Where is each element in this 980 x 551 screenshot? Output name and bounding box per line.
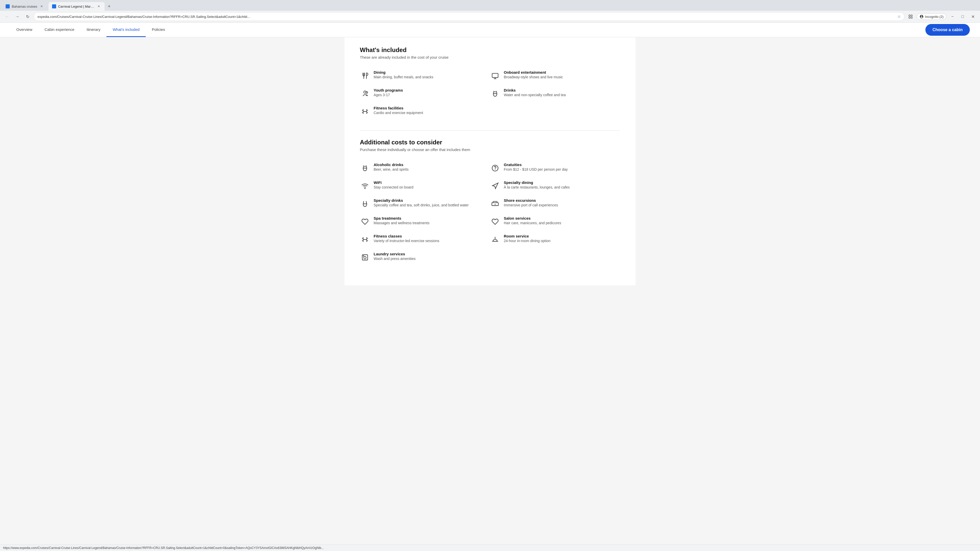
minimize-button[interactable]: −: [948, 13, 956, 21]
tab-carnival-legend[interactable]: Carnival Legend | Mar 10, 2024 ✕: [48, 2, 105, 11]
main-content: What's included These are already includ…: [350, 37, 630, 286]
tab-close-1[interactable]: ✕: [39, 4, 44, 9]
tab-overview[interactable]: Overview: [10, 23, 38, 37]
svg-rect-0: [909, 15, 910, 16]
tab-label-2: Carnival Legend | Mar 10, 2024: [58, 5, 94, 8]
svg-point-10: [366, 92, 368, 94]
item-drinks: Drinks Water and non-specialty coffee an…: [490, 84, 620, 102]
room-service-desc: 24-hour in-room dining option: [504, 239, 550, 243]
fitness-classes-icon: [360, 234, 370, 245]
svg-rect-2: [909, 17, 910, 18]
back-button[interactable]: ←: [3, 13, 11, 21]
additional-costs-subtitle: Purchase these individually or choose an…: [360, 148, 620, 152]
forward-button[interactable]: →: [13, 13, 21, 21]
tab-itinerary[interactable]: Itinerary: [80, 23, 107, 37]
tab-whats-included[interactable]: What's included: [107, 23, 145, 37]
drinks-desc: Water and non-specialty coffee and tea: [504, 93, 566, 97]
item-fitness-classes: Fitness classes Variety of instructor-le…: [360, 230, 490, 248]
drinks-icon: [490, 89, 500, 99]
alcoholic-drinks-title: Alcoholic drinks: [374, 162, 409, 167]
shore-excursions-text: Shore excursions Immersive port of call …: [504, 198, 558, 207]
tab-bar: Bahamas cruises ✕ Carnival Legend | Mar …: [0, 0, 980, 11]
svg-rect-3: [911, 17, 912, 18]
dining-title: Dining: [374, 70, 433, 75]
fitness-text: Fitness facilities Cardio and exercise e…: [374, 106, 423, 115]
youth-icon: [360, 89, 370, 99]
wifi-text: WiFi Stay connected on board: [374, 180, 414, 189]
tab-favicon-2: [52, 4, 56, 8]
entertainment-text: Onboard entertainment Broadway-style sho…: [504, 70, 563, 79]
salon-services-title: Salon services: [504, 216, 561, 221]
page-nav-tabs: Overview Cabin experience Itinerary What…: [10, 23, 171, 37]
svg-point-14: [365, 188, 365, 189]
item-specialty-drinks: Specialty drinks Specialty coffee and te…: [360, 195, 490, 213]
choose-cabin-button[interactable]: Choose a cabin: [925, 24, 970, 36]
item-alcoholic-drinks: Alcoholic drinks Beer, wine, and spirits: [360, 159, 490, 177]
item-salon-services: Salon services Hair care, manicures, and…: [490, 213, 620, 230]
tab-close-2[interactable]: ✕: [97, 4, 101, 9]
specialty-drinks-text: Specialty drinks Specialty coffee and te…: [374, 198, 469, 207]
drinks-title: Drinks: [504, 88, 566, 92]
nav-bar: ← → ↻ expedia.com/Cruises/Carnival-Cruis…: [0, 11, 980, 22]
specialty-drinks-icon: [360, 199, 370, 209]
address-text: expedia.com/Cruises/Carnival-Cruise-Line…: [38, 15, 895, 19]
room-service-text: Room service 24-hour in-room dining opti…: [504, 234, 550, 243]
whats-included-section: What's included These are already includ…: [360, 46, 620, 120]
status-url: https://www.expedia.com/Cruises/Carnival…: [3, 546, 324, 550]
dining-text: Dining Main dining, buffet meals, and sn…: [374, 70, 433, 79]
svg-point-18: [364, 257, 366, 259]
laundry-services-title: Laundry services: [374, 252, 415, 256]
additional-costs-grid: Alcoholic drinks Beer, wine, and spirits: [360, 159, 620, 266]
alcoholic-drinks-icon: [360, 163, 370, 173]
content-wrapper: What's included These are already includ…: [345, 37, 635, 286]
page-navigation: Overview Cabin experience Itinerary What…: [0, 23, 980, 37]
salon-services-icon: [490, 217, 500, 227]
browser-chrome: Bahamas cruises ✕ Carnival Legend | Mar …: [0, 0, 980, 23]
entertainment-title: Onboard entertainment: [504, 70, 563, 75]
shore-excursions-icon: [490, 199, 500, 209]
item-dining: Dining Main dining, buffet meals, and sn…: [360, 67, 490, 84]
tab-label-1: Bahamas cruises: [12, 5, 37, 8]
bookmark-icon[interactable]: ☆: [897, 14, 900, 19]
address-bar[interactable]: expedia.com/Cruises/Carnival-Cruise-Line…: [34, 12, 904, 21]
tab-bahamas-cruises[interactable]: Bahamas cruises ✕: [2, 2, 48, 11]
item-shore-excursions: Shore excursions Immersive port of call …: [490, 195, 620, 213]
spa-treatments-desc: Massages and wellness treatments: [374, 221, 430, 225]
new-tab-button[interactable]: +: [106, 3, 113, 10]
fitness-title: Fitness facilities: [374, 106, 423, 110]
gratuities-icon: [490, 163, 500, 173]
laundry-services-text: Laundry services Wash and press amenitie…: [374, 252, 415, 261]
tab-favicon-1: [6, 4, 10, 8]
drinks-text: Drinks Water and non-specialty coffee an…: [504, 88, 566, 97]
tab-policies[interactable]: Policies: [146, 23, 171, 37]
item-laundry-services: Laundry services Wash and press amenitie…: [360, 248, 490, 266]
item-youth: Youth programs Ages 3-17: [360, 84, 490, 102]
entertainment-icon: [490, 71, 500, 81]
laundry-services-icon: [360, 252, 370, 262]
whats-included-subtitle: These are already included in the cost o…: [360, 55, 620, 59]
specialty-dining-title: Specialty dining: [504, 180, 570, 185]
extensions-button[interactable]: [907, 13, 915, 21]
specialty-dining-desc: À la carte restaurants, lounges, and caf…: [504, 185, 570, 189]
item-specialty-dining: Specialty dining À la carte restaurants,…: [490, 177, 620, 195]
maximize-button[interactable]: □: [959, 13, 967, 21]
fitness-classes-text: Fitness classes Variety of instructor-le…: [374, 234, 439, 243]
svg-rect-1: [911, 15, 912, 16]
laundry-services-desc: Wash and press amenities: [374, 257, 415, 261]
reload-button[interactable]: ↻: [24, 13, 32, 21]
youth-text: Youth programs Ages 3-17: [374, 88, 403, 97]
room-service-icon: [490, 234, 500, 245]
specialty-dining-text: Specialty dining À la carte restaurants,…: [504, 180, 570, 189]
item-spa-treatments: Spa treatments Massages and wellness tre…: [360, 213, 490, 230]
salon-services-desc: Hair care, manicures, and pedicures: [504, 221, 561, 225]
gratuities-title: Gratuities: [504, 162, 568, 167]
close-window-button[interactable]: ✕: [969, 13, 977, 21]
incognito-profile-button[interactable]: Incognito (2): [917, 13, 946, 20]
profile-label: Incognito (2): [925, 15, 943, 19]
svg-rect-6: [492, 73, 498, 78]
salon-services-text: Salon services Hair care, manicures, and…: [504, 216, 561, 225]
gratuities-desc: From $12 - $18 USD per person per day: [504, 167, 568, 171]
spa-treatments-icon: [360, 217, 370, 227]
spa-treatments-title: Spa treatments: [374, 216, 430, 221]
tab-cabin-experience[interactable]: Cabin experience: [38, 23, 81, 37]
